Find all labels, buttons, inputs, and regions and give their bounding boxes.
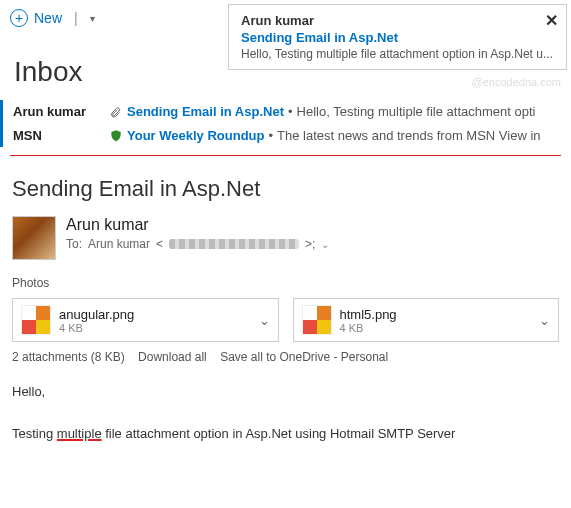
chevron-down-icon[interactable]: ⌄ bbox=[259, 313, 270, 328]
mail-header: Arun kumar To: Arun kumar < >; ⌄ bbox=[12, 216, 559, 260]
attachment-summary: 2 attachments (8 KB) bbox=[12, 350, 125, 364]
attachment-size: 4 KB bbox=[59, 322, 251, 334]
attachment-name: html5.png bbox=[340, 307, 532, 322]
body-underlined: multiple bbox=[57, 426, 102, 441]
save-onedrive-link[interactable]: Save all to OneDrive - Personal bbox=[220, 350, 388, 364]
message-sender: MSN bbox=[13, 128, 109, 143]
separator: • bbox=[288, 104, 293, 119]
body-text-pre: Testing bbox=[12, 426, 57, 441]
attachments-grid: anugular.png 4 KB ⌄ html5.png 4 KB ⌄ bbox=[12, 298, 559, 342]
attachment-card[interactable]: anugular.png 4 KB ⌄ bbox=[12, 298, 279, 342]
from-name: Arun kumar bbox=[66, 216, 329, 234]
attachment-icon bbox=[109, 104, 127, 120]
to-label: To: bbox=[66, 237, 82, 251]
chevron-down-icon[interactable]: ⌄ bbox=[539, 313, 550, 328]
message-preview: The latest news and trends from MSN View… bbox=[277, 128, 541, 143]
body-line: Testing multiple file attachment option … bbox=[12, 424, 559, 445]
to-address-redacted: < bbox=[156, 237, 163, 251]
message-row[interactable]: MSN Your Weekly Roundup • The latest new… bbox=[0, 124, 571, 148]
message-subject[interactable]: Sending Email in Asp.Net bbox=[127, 104, 284, 119]
new-label: New bbox=[34, 10, 62, 26]
attachment-size: 4 KB bbox=[340, 322, 532, 334]
body-greeting: Hello, bbox=[12, 382, 559, 403]
close-icon[interactable]: ✕ bbox=[545, 11, 558, 30]
chevron-down-icon[interactable]: ⌄ bbox=[321, 239, 329, 250]
watermark: @encodedna.com bbox=[472, 76, 561, 88]
message-row[interactable]: Arun kumar Sending Email in Asp.Net • He… bbox=[0, 100, 571, 124]
attachment-name: anugular.png bbox=[59, 307, 251, 322]
notification-popup: ✕ Arun kumar Sending Email in Asp.Net He… bbox=[228, 4, 567, 70]
popup-subject[interactable]: Sending Email in Asp.Net bbox=[241, 30, 554, 45]
message-list: Arun kumar Sending Email in Asp.Net • He… bbox=[0, 100, 571, 147]
attachment-thumbnail bbox=[302, 305, 332, 335]
new-button[interactable]: + New | ▾ bbox=[10, 9, 95, 27]
popup-sender: Arun kumar bbox=[241, 13, 554, 28]
chevron-down-icon[interactable]: ▾ bbox=[90, 13, 95, 24]
attachment-thumbnail bbox=[21, 305, 51, 335]
download-all-link[interactable]: Download all bbox=[138, 350, 207, 364]
mail-subject: Sending Email in Asp.Net bbox=[12, 176, 559, 202]
message-sender: Arun kumar bbox=[13, 104, 109, 119]
mail-body: Hello, Testing multiple file attachment … bbox=[12, 382, 559, 444]
message-preview: Hello, Testing multiple file attachment … bbox=[297, 104, 536, 119]
shield-icon bbox=[109, 128, 127, 144]
to-name: Arun kumar bbox=[88, 237, 150, 251]
attachment-actions: 2 attachments (8 KB) Download all Save a… bbox=[12, 350, 559, 364]
plus-icon: + bbox=[10, 9, 28, 27]
mail-view: Sending Email in Asp.Net Arun kumar To: … bbox=[0, 156, 571, 458]
to-line: To: Arun kumar < >; ⌄ bbox=[66, 237, 329, 251]
photos-label: Photos bbox=[12, 276, 559, 290]
divider: | bbox=[74, 10, 78, 26]
body-text-post: file attachment option in Asp.Net using … bbox=[102, 426, 456, 441]
to-address-close: >; bbox=[305, 237, 315, 251]
redacted-address bbox=[169, 239, 299, 249]
attachment-card[interactable]: html5.png 4 KB ⌄ bbox=[293, 298, 560, 342]
message-subject[interactable]: Your Weekly Roundup bbox=[127, 128, 264, 143]
avatar[interactable] bbox=[12, 216, 56, 260]
separator: • bbox=[268, 128, 273, 143]
popup-preview: Hello, Testing multiple file attachment … bbox=[241, 47, 554, 61]
